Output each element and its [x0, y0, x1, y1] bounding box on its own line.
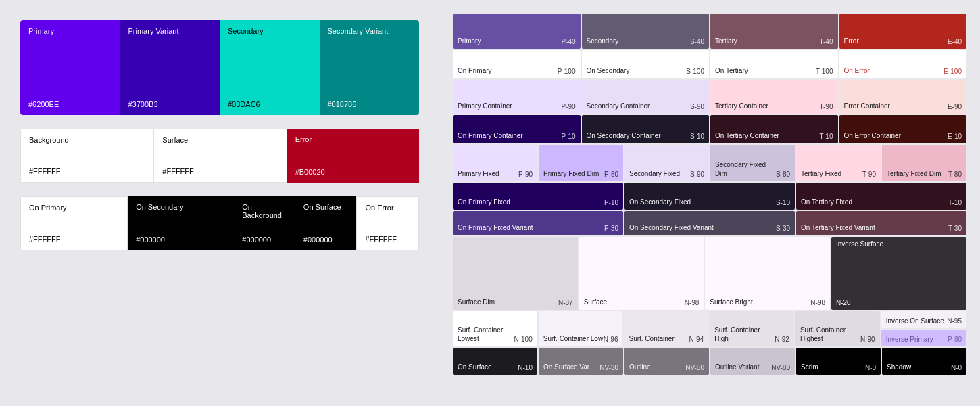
color-cell-on-tertiary-container: On Tertiary ContainerT-10: [710, 115, 838, 143]
primary-swatch-row: Primary#6200EEPrimary Variant#3700B3Seco…: [20, 20, 419, 115]
color-cell-secondary-container: Secondary ContainerS-90: [582, 80, 710, 114]
color-cell-secondary-fixed: Secondary FixedS-90: [624, 145, 709, 181]
swatch-secondary-variant: Secondary Variant#018786: [320, 20, 420, 115]
color-cell-surf.-container-lowest: Surf. Container LowestN-100: [453, 311, 537, 346]
color-cell-inverse-on-surface: Inverse On SurfaceN-95: [881, 311, 966, 328]
color-cell-on-error: On ErrorE-100: [839, 50, 967, 78]
color-cell-error: ErrorE-40: [839, 14, 967, 49]
color-cell-primary-fixed: Primary FixedP-90: [453, 145, 537, 181]
color-cell-shadow: ShadowN-0: [882, 348, 966, 375]
swatch-error: Error#B00020: [287, 129, 419, 183]
color-cell-on-primary-fixed-variant: On Primary Fixed VariantP-30: [453, 211, 623, 235]
swatch-primary-variant: Primary Variant#3700B3: [120, 20, 220, 115]
swatch-on-background: On Background#000000: [234, 196, 295, 250]
color-cell-on-tertiary-fixed: On Tertiary FixedT-10: [796, 183, 966, 210]
color-cell-surface: SurfaceN-98: [579, 237, 704, 310]
color-cell-on-surface-var.: On Surface Var.NV-30: [539, 348, 623, 375]
swatch-secondary: Secondary#03DAC6: [220, 20, 320, 115]
background-surface-error-row: Background#FFFFFFSurface#FFFFFFError#B00…: [20, 129, 419, 183]
color-cell-inverse-primary: Inverse PrimaryP-80: [881, 330, 966, 346]
color-cell-primary-container: Primary ContainerP-90: [453, 80, 581, 114]
color-cell-outline: OutlineNV-50: [624, 348, 709, 375]
color-cell-tertiary-fixed: Tertiary FixedT-90: [796, 145, 881, 181]
right-panel: PrimaryP-40SecondaryS-40TertiaryT-40Erro…: [439, 0, 980, 406]
color-cell-on-secondary: On SecondaryS-100: [582, 50, 710, 78]
swatch-on-error: On Error#FFFFFF: [356, 196, 419, 250]
color-cell-tertiary: TertiaryT-40: [710, 14, 838, 49]
color-cell-surf.-container: Surf. ContainerN-94: [624, 311, 708, 346]
swatch-background: Background#FFFFFF: [20, 129, 153, 183]
swatch-on-surface: On Surface#000000: [295, 196, 357, 250]
swatch-on-secondary: On Secondary#000000: [128, 196, 234, 250]
color-cell-surface-bright: Surface BrightN-98: [705, 237, 830, 310]
swatch-on-primary: On Primary#FFFFFF: [20, 196, 128, 250]
color-cell-inverse-surface: Inverse SurfaceN-20: [831, 237, 966, 310]
left-panel: Primary#6200EEPrimary Variant#3700B3Seco…: [0, 0, 439, 406]
color-cell-on-secondary-fixed: On Secondary FixedS-10: [624, 183, 795, 210]
color-cell-surf.-container-high: Surf. Container HighN-92: [710, 311, 794, 346]
color-cell-on-secondary-fixed-variant: On Secondary Fixed VariantS-30: [624, 211, 795, 235]
color-cell-on-primary-container: On Primary ContainerP-10: [453, 115, 581, 143]
color-cell-on-tertiary: On TertiaryT-100: [710, 50, 838, 78]
color-cell-tertiary-container: Tertiary ContainerT-90: [710, 80, 838, 114]
color-cell-on-primary-fixed: On Primary FixedP-10: [453, 183, 623, 210]
color-cell-on-primary: On PrimaryP-100: [453, 50, 581, 78]
color-cell-primary-fixed-dim: Primary Fixed DimP-80: [539, 145, 623, 181]
swatch-surface: Surface#FFFFFF: [153, 129, 287, 183]
color-cell-error-container: Error ContainerE-90: [839, 80, 967, 114]
color-cell-secondary: SecondaryS-40: [582, 14, 710, 49]
color-cell-on-error-container: On Error ContainerE-10: [839, 115, 967, 143]
color-cell-surf.-container-low: Surf. Container LowN-96: [539, 311, 623, 346]
color-cell-secondary-fixed-dim: Secondary Fixed DimS-80: [710, 145, 795, 181]
color-cell-on-secondary-container: On Secondary ContainerS-10: [582, 115, 710, 143]
color-cell-tertiary-fixed-dim: Tertiary Fixed DimT-80: [882, 145, 966, 181]
color-cell-surf.-container-highest: Surf. Container HighestN-90: [795, 311, 880, 346]
swatch-primary: Primary#6200EE: [20, 20, 120, 115]
on-colors-row: On Primary#FFFFFFOn Secondary#000000On B…: [20, 196, 419, 250]
color-cell-on-tertiary-fixed-variant: On Tertiary Fixed VariantT-30: [796, 211, 966, 235]
color-cell-primary: PrimaryP-40: [453, 14, 581, 49]
color-cell-on-surface: On SurfaceN-10: [453, 348, 537, 375]
color-cell-scrim: ScrimN-0: [796, 348, 881, 375]
color-cell-surface-dim: Surface DimN-87: [453, 237, 578, 310]
color-cell-outline-variant: Outline VariantNV-80: [710, 348, 795, 375]
